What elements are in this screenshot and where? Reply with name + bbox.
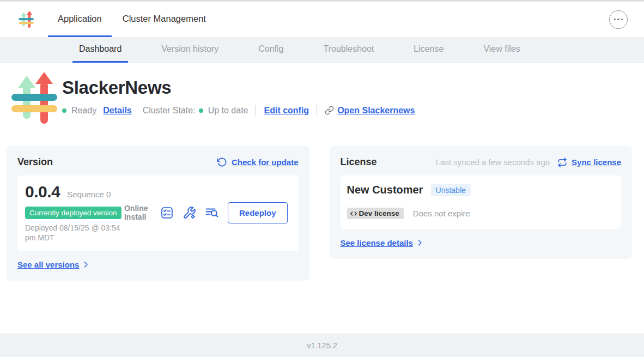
preflight-checks-icon[interactable] [160,206,174,220]
tab-cluster-management[interactable]: Cluster Management [113,2,216,37]
tab-license[interactable]: License [407,37,450,63]
channel-badge: Unstable [431,184,471,196]
version-card: Version Check for update 0.0.4 Sequence … [7,146,309,281]
console-version-label: v1.125.2 [307,341,337,350]
open-app-link[interactable]: Open Slackernews [325,106,415,116]
top-header: Application Cluster Management [0,2,644,37]
license-card: License Last synced a few seconds ago Sy… [330,146,633,259]
license-panel: New Customer Unstable Dev license Does n… [341,176,622,229]
chevron-right-icon [82,261,90,269]
page-title: SlackerNews [62,77,415,98]
tab-dashboard[interactable]: Dashboard [72,37,128,63]
deployed-timestamp: Deployed 08/15/25 @ 03:54 pm MDT [25,223,124,243]
divider [317,105,317,116]
code-icon [350,210,357,217]
app-subnav: Dashboard Version history Config Trouble… [0,37,644,63]
ellipsis-icon [617,19,619,21]
overflow-menu-button[interactable] [609,10,628,29]
license-card-title: License [341,156,377,168]
ready-status-dot [62,108,66,113]
tab-application[interactable]: Application [48,2,112,37]
edit-config-link[interactable]: Edit config [264,106,309,116]
app-header: SlackerNews Ready Details Cluster State:… [0,63,644,124]
cluster-state-value: Up to date [208,106,248,116]
install-type-label: Online Install [124,204,151,221]
redeploy-button[interactable]: Redeploy [228,202,288,223]
tab-view-files[interactable]: View files [477,37,526,63]
sync-license-link[interactable]: Sync license [572,158,621,167]
version-config-icon[interactable] [183,206,196,220]
dashboard-cards: Version Check for update 0.0.4 Sequence … [7,146,632,281]
tab-version-history[interactable]: Version history [155,37,225,63]
tab-troubleshoot[interactable]: Troubleshoot [317,37,380,63]
ellipsis-icon [621,19,623,21]
deployed-status-badge: Currently deployed version [25,207,121,219]
check-for-update-link[interactable]: Check for update [232,158,299,167]
version-card-title: Version [17,156,53,168]
customer-name: New Customer [347,184,423,196]
version-sequence: Sequence 0 [67,190,111,199]
tab-config[interactable]: Config [252,37,290,63]
chevron-right-icon [416,239,424,247]
see-license-details-link[interactable]: See license details [341,238,424,247]
see-all-versions-link[interactable]: See all versions [17,260,90,269]
deploy-logs-icon[interactable] [205,205,219,220]
version-number: 0.0.4 [25,183,60,201]
main-content: SlackerNews Ready Details Cluster State:… [0,63,644,334]
app-status-row: Ready Details Cluster State: Up to date … [62,105,415,116]
link-icon [325,106,334,115]
divider [256,105,256,116]
app-status-label: Ready [71,106,96,116]
last-synced-label: Last synced a few seconds ago [436,158,550,167]
license-expiry: Does not expire [413,209,470,218]
cluster-status-dot [199,108,203,113]
header-tabs: Application Cluster Management [48,2,216,37]
footer: v1.125.2 [0,334,644,357]
check-update-icon[interactable] [217,157,227,167]
details-link[interactable]: Details [103,106,131,116]
current-version-panel: 0.0.4 Sequence 0 Currently deployed vers… [17,176,299,251]
sync-icon[interactable] [557,158,567,167]
app-logo-icon[interactable] [18,11,34,28]
ellipsis-icon [614,19,616,21]
license-type-badge: Dev license [347,208,404,219]
cluster-state-label: Cluster State: [143,106,196,116]
slackernews-logo-icon [10,72,59,124]
